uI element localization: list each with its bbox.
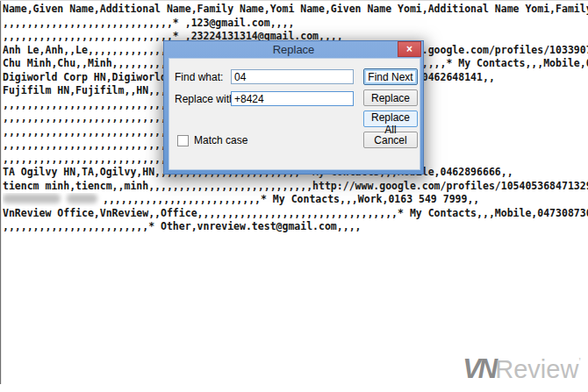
censored-name-blur <box>67 194 97 203</box>
dialog-buttons: Find NextReplaceReplace AllCancel <box>363 68 418 153</box>
vnreview-watermark: VNReview’ <box>463 353 581 385</box>
replace-with-input[interactable] <box>231 91 354 106</box>
find-what-input[interactable] <box>231 69 354 84</box>
csv-line: Name,Given Name,Additional Name,Family N… <box>3 3 588 17</box>
watermark-vn-logo: VN <box>463 353 495 384</box>
notepad-window: Name,Given Name,Additional Name,Family N… <box>0 0 588 392</box>
match-case-row: Match case <box>177 134 247 146</box>
dialog-titlebar[interactable]: Replace × <box>169 41 419 58</box>
cancel-button[interactable]: Cancel <box>363 132 418 148</box>
csv-line: ,,,,,,,,,,,,,,,,,,,,,,,,,,,,* ,123@gmail… <box>3 17 588 31</box>
match-case-checkbox[interactable] <box>177 135 189 146</box>
censored-name-blur <box>3 194 61 203</box>
find-what-label: Find what: <box>175 71 223 83</box>
dialog-body: Find what: Replace with: Find NextReplac… <box>169 58 420 170</box>
replace-all-button[interactable]: Replace All <box>363 110 418 127</box>
find-next-button[interactable]: Find Next <box>363 68 418 85</box>
replace-dialog: Replace × Find what: Replace with: Find … <box>163 40 424 175</box>
match-case-label: Match case <box>194 134 247 146</box>
replace-button[interactable]: Replace <box>363 89 418 106</box>
csv-line: VnReview Office,VnReview,,Office,,,,,,,,… <box>3 207 588 221</box>
csv-line: tiencm minh,tiencm,,minh,,,,,,,,,,,,,,,,… <box>3 180 588 194</box>
csv-line: ,,,,,,,,,,,,,,,,,,,,,,,,,,* My Contacts,… <box>3 193 588 207</box>
replace-with-label: Replace with: <box>175 93 238 105</box>
dialog-title: Replace <box>169 41 419 59</box>
csv-line: ,,,,,,,,,,,,,,,,,,,,,,,,* Other,vnreview… <box>3 220 588 234</box>
close-button[interactable]: × <box>398 41 421 57</box>
